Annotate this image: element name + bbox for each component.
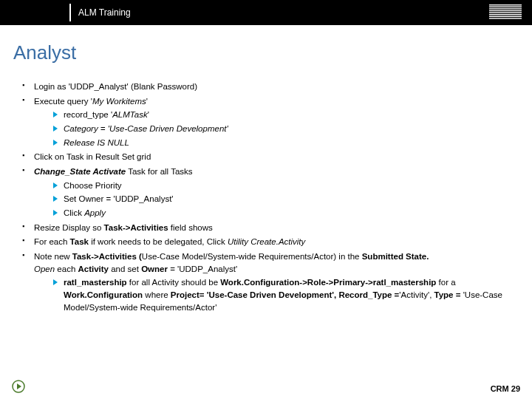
list-item: Note new Task->Activities (Use-Case Mode… — [22, 250, 519, 313]
text: Work.Configuration — [64, 290, 143, 299]
text: Execute query ' — [34, 97, 92, 106]
text: Work.Configuration->Role->Primary->ratl_… — [220, 278, 436, 287]
ibm-logo-icon — [489, 4, 522, 22]
text: = 'UDDP_Analyst' — [168, 265, 237, 273]
text: Set Owner = 'UDDP_Analyst' — [64, 194, 174, 203]
list-item: Choose Priority — [53, 180, 519, 192]
svg-rect-1 — [489, 7, 522, 7]
text: Owner — [141, 265, 168, 273]
text: ' — [148, 110, 149, 119]
text: Task — [70, 237, 89, 246]
page-title: Analyst — [13, 41, 532, 64]
list-item: For each Task if work needs to be delega… — [22, 236, 519, 248]
text: Submitted State. — [362, 252, 429, 261]
text: Choose Priority — [64, 181, 122, 190]
text: Utility Create.Activity — [228, 237, 305, 246]
text: Project= 'Use-Case Driven Development', … — [171, 290, 399, 299]
text: Task->Activities — [104, 223, 168, 232]
text: if work needs to be delegated, Click — [89, 237, 228, 246]
content-area: Login as 'UDDP_Analyst' (Blank Password)… — [22, 81, 519, 313]
text: Click on Task in Result Set grid — [34, 152, 151, 161]
text: Note new — [34, 252, 72, 261]
text: Task->Activities ( — [72, 252, 142, 261]
list-item: ratl_mastership for all Activity should … — [53, 276, 519, 313]
header-bar: ALM Training — [0, 0, 532, 25]
text: My Workitems — [92, 97, 146, 106]
svg-rect-4 — [489, 12, 522, 13]
text: Release IS NULL — [64, 138, 129, 147]
text: record_type ' — [64, 110, 112, 119]
list-item: Click Apply — [53, 207, 519, 219]
text: 'Activity', — [399, 290, 434, 299]
list-item: Change_State Activate Task for all Tasks… — [22, 166, 519, 219]
text: For each — [34, 237, 70, 246]
text: ' — [146, 97, 148, 106]
text: where — [143, 290, 171, 299]
text: Click — [64, 208, 84, 217]
text: and set — [109, 265, 141, 273]
svg-rect-3 — [489, 10, 522, 11]
list-item: record_type 'ALMTask' — [53, 109, 519, 121]
list-item: Click on Task in Result Set grid — [22, 151, 519, 163]
text: Change_State Activate — [34, 167, 126, 176]
svg-rect-6 — [489, 16, 522, 17]
slide-number: CRM 29 — [491, 384, 520, 393]
list-item: Release IS NULL — [53, 137, 519, 149]
svg-rect-7 — [489, 18, 522, 18]
text: for all Activity should be — [127, 278, 221, 287]
text: Activity — [78, 265, 109, 273]
list-item: Execute query 'My Workitems' record_type… — [22, 95, 519, 149]
next-slide-button[interactable] — [12, 380, 25, 393]
svg-rect-5 — [489, 14, 522, 15]
text: Login as 'UDDP_Analyst' (Blank Password) — [34, 82, 197, 91]
svg-marker-9 — [17, 383, 21, 389]
text: Task for all Tasks — [126, 167, 192, 176]
svg-rect-2 — [489, 8, 522, 9]
header-divider — [69, 4, 71, 21]
header-title: ALM Training — [78, 7, 131, 18]
list-item: Login as 'UDDP_Analyst' (Blank Password) — [22, 81, 519, 93]
list-item: Category = 'Use-Case Driven Development' — [53, 123, 519, 135]
text: Apply — [84, 208, 106, 217]
text: for a — [436, 278, 455, 287]
text: Open — [34, 265, 55, 273]
text: ratl_mastership — [64, 278, 127, 287]
text: field shows — [168, 223, 213, 232]
svg-rect-0 — [489, 4, 522, 5]
list-item: Resize Display so Task->Activities field… — [22, 222, 519, 234]
list-item: Set Owner = 'UDDP_Analyst' — [53, 193, 519, 205]
text: Use-Case Model/System-wide Requirements/… — [142, 252, 362, 261]
text: each — [55, 265, 78, 273]
text: Resize Display so — [34, 223, 104, 232]
text: ALMTask — [112, 110, 148, 119]
text: Type = — [434, 290, 463, 299]
text: Category = 'Use-Case Driven Development' — [64, 124, 228, 133]
